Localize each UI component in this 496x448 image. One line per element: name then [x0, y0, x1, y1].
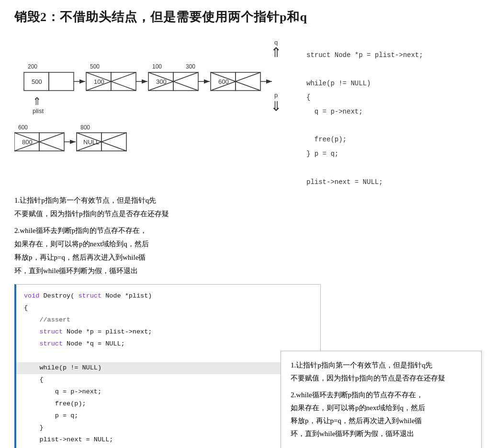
code-line-10: plist->next = NULL;	[306, 175, 482, 189]
code-line-4: {	[306, 91, 482, 104]
popup-item-2: 2.while循环去判断p指向的节点存不存在， 如果存在，则可以将p的next域…	[291, 389, 472, 440]
code-line-1: struct Node *p = plist->next;	[306, 48, 482, 62]
code-line-7: free(p);	[306, 133, 482, 147]
right-code-area: struct Node *p = plist->next; while(p !=…	[287, 34, 482, 189]
p-label: p	[274, 92, 278, 99]
svg-text:100: 100	[152, 63, 162, 70]
svg-rect-21	[236, 72, 260, 91]
explanation-1: 1.让指针p指向第一个有效节点，但是指针q先不要赋值，因为指针p指向的节点是否存…	[14, 194, 472, 221]
explanation-2: 2.while循环去判断p指向的节点存不存在， 如果存在，则可以将p的next域…	[14, 224, 472, 277]
bottom-section: void Destroy( struct Node *plist) { //as…	[14, 284, 482, 448]
svg-text:NULL: NULL	[83, 138, 99, 146]
svg-rect-31	[39, 133, 64, 151]
code-line-9	[306, 161, 482, 175]
code-line-open-brace: {	[24, 302, 313, 314]
code-line-p-assign: p = q;	[24, 410, 313, 422]
code-line-plist-null: plist->next = NULL;	[24, 434, 313, 446]
kw-void: void	[24, 292, 39, 299]
page: 销毁2：不借助头结点，但是需要使用两个指针p和q 200 500 500 100	[0, 0, 496, 448]
p-up-arrow: ⇑	[271, 99, 282, 112]
code-line-q-decl: struct Node *q = NULL;	[24, 338, 313, 350]
explanation-section: 1.让指针p指向第一个有效节点，但是指针q先不要赋值，因为指针p指向的节点是否存…	[14, 194, 482, 278]
svg-text:500: 500	[32, 78, 42, 85]
svg-rect-7	[111, 72, 136, 91]
q-up-arrow: ⇑	[271, 46, 282, 59]
svg-text:⇑: ⇑	[33, 95, 41, 107]
svg-text:600: 600	[18, 124, 28, 131]
svg-text:500: 500	[90, 63, 100, 70]
code-line-8: } p = q;	[306, 147, 482, 161]
code-line-open-brace2: {	[24, 374, 313, 386]
code-line-close-brace: }	[24, 422, 313, 434]
svg-rect-38	[101, 133, 126, 151]
code-block: void Destroy( struct Node *plist) { //as…	[14, 284, 321, 448]
diagram-row2: 600 800 800 NULL	[14, 122, 287, 161]
code-line-free: free(p);	[24, 398, 313, 410]
explanation-left: 1.让指针p指向第一个有效节点，但是指针q先不要赋值，因为指针p指向的节点是否存…	[14, 194, 482, 278]
svg-rect-2	[49, 72, 74, 91]
svg-rect-14	[173, 72, 198, 91]
popup-box: 1.让指针p指向第一个有效节点，但是指针q先 不要赋值，因为指针p指向的节点是否…	[281, 351, 482, 448]
popup-item-1: 1.让指针p指向第一个有效节点，但是指针q先 不要赋值，因为指针p指向的节点是否…	[291, 359, 472, 385]
svg-text:200: 200	[28, 63, 37, 70]
code-line-blank1	[24, 350, 313, 362]
svg-text:300: 300	[186, 63, 195, 70]
code-line-q-assign: q = p->next;	[24, 386, 313, 398]
kw-struct: struct	[78, 292, 101, 299]
diagram-area: 200 500 500 100 100 300	[14, 34, 287, 162]
p-pointer: p ⇑	[271, 92, 282, 112]
code-line-2	[306, 62, 482, 76]
code-line-void: void Destroy( struct Node *plist)	[24, 290, 313, 302]
linked-list-diagram: 200 500 500 100 100 300	[14, 34, 287, 130]
code-line-comment: //assert	[24, 314, 313, 326]
code-line-p-decl: struct Node *p = plist->next;	[24, 326, 313, 338]
code-line-5: q = p->next;	[306, 105, 482, 119]
code-line-3: while(p != NULL)	[306, 77, 482, 91]
svg-text:plist: plist	[33, 107, 44, 115]
q-pointer: q ⇑	[271, 39, 282, 59]
svg-text:800: 800	[80, 124, 90, 131]
code-line-while: while(p != NULL)	[16, 362, 320, 374]
code-line-6	[306, 119, 482, 133]
page-title: 销毁2：不借助头结点，但是需要使用两个指针p和q	[14, 9, 482, 25]
